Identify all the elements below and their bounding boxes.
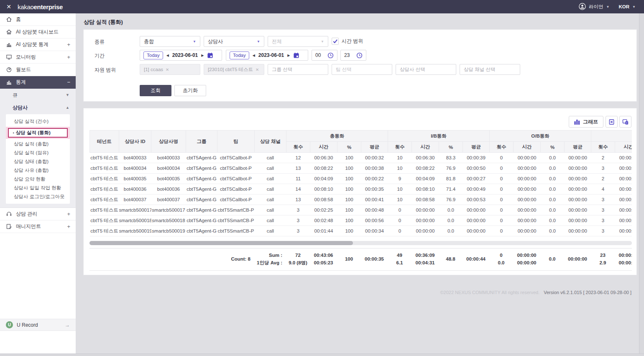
today-button[interactable]: Today <box>230 51 249 59</box>
calendar-icon[interactable] <box>293 52 299 59</box>
table-cell: 0.0 <box>439 205 463 215</box>
sidebar-item-home[interactable]: 홈 <box>0 13 76 26</box>
column-subheader: 평균 <box>565 142 591 153</box>
table-row[interactable]: cbtT5 테스트smartcb500019smartcb500019cbtT5… <box>90 226 632 236</box>
agent-select-input[interactable] <box>396 64 456 75</box>
prev-day-icon[interactable]: ◀ <box>253 54 255 57</box>
clock-icon[interactable] <box>356 52 363 59</box>
sidebar-item-label: 월보드 <box>16 66 31 73</box>
table-cell: cbtT5 테스트 <box>90 184 119 195</box>
sidebar-item-ai-stats[interactable]: AI 상담봇 통계 + <box>0 38 76 51</box>
sidebar-item-management[interactable]: 매니지먼트 + <box>0 220 76 233</box>
collapse-minus-icon[interactable]: − <box>67 79 70 85</box>
hour-to-box[interactable]: 23 <box>340 50 366 61</box>
table-cell: 00:00:00 <box>514 163 541 174</box>
sidebar-item-wallboard[interactable]: 월보드 <box>0 64 76 76</box>
urecord-link[interactable]: U U Record → <box>0 319 76 331</box>
sidebar-subitem-4[interactable]: 상담 상태 (총합) <box>6 157 70 166</box>
table-row[interactable]: cbtT5 테스트bot400033bot400033cbtT5Agent-Gc… <box>90 153 632 163</box>
table-cell: bot400036 <box>151 184 186 195</box>
document-edit-icon <box>6 223 12 230</box>
table-cell: 100 <box>337 195 361 205</box>
type-select[interactable]: 총합 ▼ <box>140 36 200 47</box>
table-horizontal-scrollbar[interactable] <box>89 241 632 245</box>
language-selector[interactable]: KOR <box>619 4 630 9</box>
page-title: 상담 실적 (통화) <box>84 18 123 26</box>
sidebar-subitem-6[interactable]: 상담 요약 현황 <box>6 175 70 184</box>
table-cell: 00:00:00 <box>615 163 632 174</box>
page-vertical-scrollbar[interactable] <box>639 13 644 356</box>
calendar-icon[interactable] <box>207 52 213 59</box>
table-cell: 00:00:32 <box>361 153 388 163</box>
table-cell: 10 <box>388 184 412 195</box>
sidebar-item-ai-dashboard[interactable]: AI 상담봇 대시보드 <box>0 26 76 38</box>
active-bullet-icon: ▪ <box>13 131 14 135</box>
channel-select-input[interactable] <box>460 64 520 75</box>
sidebar-subitem-3[interactable]: 상담 실적 (점유) <box>6 149 70 157</box>
table-row[interactable]: cbtT5 테스트bot400035bot400035cbtT5Agent-Gc… <box>90 174 632 184</box>
user-menu-chevron-icon[interactable]: ▼ <box>606 5 610 9</box>
page-horizontal-scrollbar[interactable] <box>0 353 644 356</box>
clock-icon[interactable] <box>327 52 334 59</box>
today-button[interactable]: Today <box>143 51 163 59</box>
language-chevron-icon[interactable]: ▼ <box>632 5 636 9</box>
table-cell: 00:00:35 <box>361 184 388 195</box>
copy-export-button[interactable] <box>619 116 631 128</box>
column-subheader: 횟수 <box>388 142 412 153</box>
close-icon[interactable]: ✕ <box>0 3 18 10</box>
sidebar-item-monitoring[interactable]: 모니터링 + <box>0 51 76 64</box>
prev-day-icon[interactable]: ◀ <box>166 54 169 57</box>
team-select-input[interactable] <box>332 64 392 75</box>
table-cell: 00:00:38 <box>361 163 388 174</box>
expand-plus-icon[interactable]: + <box>67 211 70 217</box>
graph-button[interactable]: 그래프 <box>569 116 603 128</box>
table-cell: 00:00:00 <box>514 174 541 184</box>
table-cell: 00:00:48 <box>361 205 388 215</box>
remove-tag-icon[interactable]: ✕ <box>166 67 169 72</box>
hour-from-box[interactable]: 00 <box>312 50 337 61</box>
table-row[interactable]: cbtT5 테스트bot400037bot400037cbtT5Agent-Gc… <box>90 195 632 205</box>
summary-table: Count: 8Sum :1인당 Avg :729.0 (8명)00:43:06… <box>89 248 632 270</box>
excel-export-button[interactable] <box>606 116 618 128</box>
reset-button[interactable]: 초기화 <box>174 85 206 96</box>
next-day-icon[interactable]: ▶ <box>287 54 290 57</box>
table-row[interactable]: cbtT5 테스트bot400036bot400036cbtT5Agent-Gc… <box>90 184 632 195</box>
table-row[interactable]: cbtT5 테스트smartcb500018smartcb500018cbtT5… <box>90 215 632 226</box>
scrollbar-thumb[interactable] <box>89 241 353 245</box>
table-cell: 00:00:00 <box>565 174 591 184</box>
group-select-input[interactable] <box>268 64 328 75</box>
time-range-checkbox[interactable] <box>332 38 339 45</box>
submenu-queue[interactable]: 큐 ▼ <box>0 89 76 101</box>
sidebar-subitem-2[interactable]: 상담 실적 (총합) <box>6 140 70 149</box>
table-row[interactable]: cbtT5 테스트bot400034bot400034cbtT5Agent-Gc… <box>90 163 632 174</box>
table-cell: 3 <box>591 215 615 226</box>
sidebar-item-consult-mgmt[interactable]: 상담 관리 + <box>0 208 76 220</box>
column-subheader: % <box>541 142 565 153</box>
sidebar-subitem-1[interactable]: ▪상담 실적 (통화) <box>8 128 68 138</box>
table-cell: 0 <box>388 215 412 226</box>
table-cell: 00:00:00 <box>514 184 541 195</box>
time-range-checkbox-row: 시간 범위 <box>332 38 363 45</box>
table-cell: 3 <box>286 205 310 215</box>
search-button[interactable]: 조회 <box>140 85 171 96</box>
summary-cell: 00:00:0000:00:00 <box>615 248 632 270</box>
sidebar-subitem-8[interactable]: 상담사 로그인/로그아웃 <box>6 192 70 201</box>
user-name[interactable]: 라이언 <box>589 4 603 10</box>
sidebar-item-label: AI 상담봇 대시보드 <box>16 28 59 36</box>
submenu-agent[interactable]: 상담사 ▲ <box>0 101 76 114</box>
table-cell: 00:08:22 <box>412 163 439 174</box>
all-select-value: 전체 <box>272 38 282 45</box>
expand-plus-icon[interactable]: + <box>67 54 70 60</box>
sidebar-item-stats[interactable]: 통계 − <box>0 76 76 89</box>
next-day-icon[interactable]: ▶ <box>201 54 204 57</box>
expand-plus-icon[interactable]: + <box>67 223 70 230</box>
sidebar-subitem-5[interactable]: 상담 사유 (총합) <box>6 166 70 175</box>
user-avatar-icon[interactable] <box>579 3 586 11</box>
sidebar-subitem-7[interactable]: 상담사 일일 작업 현황 <box>6 184 70 192</box>
table-cell: smartcb500017 <box>119 205 151 215</box>
sidebar-subitem-0[interactable]: 상담 실적 (건수) <box>6 117 70 126</box>
target-select[interactable]: 상담사 ▼ <box>204 36 264 47</box>
table-row[interactable]: cbtT5 테스트smartcb500017smartcb500017cbtT5… <box>90 205 632 215</box>
remove-tag-icon[interactable]: ✕ <box>256 67 259 72</box>
expand-plus-icon[interactable]: + <box>67 41 70 48</box>
